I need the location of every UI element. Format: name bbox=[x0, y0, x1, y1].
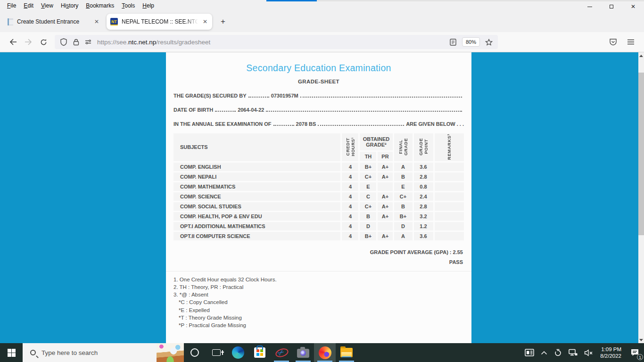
chevron-up-icon bbox=[541, 351, 547, 355]
reload-icon bbox=[40, 39, 47, 46]
symbol-number-value: 07301957M bbox=[271, 93, 298, 99]
tab-nepal-telecom-active[interactable]: NT NEPAL TELECOM :: SEE.NTC.NET ✕ bbox=[107, 14, 212, 30]
cell-point: 1.2 bbox=[413, 221, 434, 231]
dot-leader bbox=[266, 107, 462, 112]
dob-label: DATE OF BIRTH bbox=[173, 107, 213, 113]
menu-item-edit[interactable]: Edit bbox=[20, 1, 37, 10]
date-of-birth-line: DATE OF BIRTH 2064-04-22 bbox=[173, 105, 464, 113]
forward-arrow-icon bbox=[25, 39, 32, 45]
news-widget-button[interactable] bbox=[521, 343, 537, 362]
app-menu-button[interactable] bbox=[623, 34, 638, 49]
arrow-up-icon bbox=[639, 55, 643, 57]
arrow-down-icon bbox=[639, 339, 643, 341]
dot-leader bbox=[248, 93, 269, 98]
cell-point: 2.4 bbox=[413, 191, 434, 201]
forward-button[interactable] bbox=[21, 34, 36, 49]
lock-icon[interactable] bbox=[70, 36, 82, 48]
header-grade-point: GRADE POINT bbox=[413, 133, 434, 162]
edge-icon bbox=[232, 346, 244, 359]
cell-credit: 4 bbox=[341, 162, 359, 172]
task-view-button[interactable] bbox=[206, 343, 227, 362]
pocket-icon bbox=[609, 38, 617, 46]
pocket-button[interactable] bbox=[605, 34, 620, 49]
divider bbox=[166, 271, 471, 272]
cell-th: B bbox=[359, 211, 377, 221]
cortana-button[interactable] bbox=[184, 343, 206, 362]
windows-logo-icon bbox=[8, 349, 16, 357]
dot-leader bbox=[215, 107, 236, 112]
search-placeholder: Type here to search bbox=[41, 349, 157, 356]
menu-item-help[interactable]: Help bbox=[139, 1, 157, 10]
menu-item-view[interactable]: View bbox=[38, 1, 57, 10]
tab-create-student-entrance[interactable]: Create Student Entrance ✕ bbox=[4, 14, 104, 30]
volume-button[interactable] bbox=[581, 343, 596, 362]
search-highlight-image[interactable] bbox=[157, 343, 184, 362]
firefox-button[interactable] bbox=[314, 343, 336, 362]
cell-remarks bbox=[434, 221, 464, 231]
new-tab-button[interactable]: + bbox=[217, 16, 229, 27]
file-explorer-button[interactable] bbox=[336, 343, 357, 362]
exam-suffix: ARE GIVEN BELOW . . . bbox=[406, 121, 464, 127]
firefox-icon bbox=[319, 346, 331, 359]
cell-credit: 4 bbox=[341, 181, 359, 191]
cell-pr: A+ bbox=[377, 231, 393, 241]
camera-button[interactable] bbox=[292, 343, 314, 362]
header-remarks: REMARKS³ bbox=[434, 133, 464, 162]
address-bar[interactable]: https://see.ntc.net.np/results/gradeshee… bbox=[55, 35, 498, 49]
notification-center-button[interactable]: 1 bbox=[625, 343, 644, 362]
cortana-icon bbox=[190, 348, 199, 357]
tab-close-icon[interactable]: ✕ bbox=[93, 18, 100, 25]
taskbar-search[interactable]: Type here to search bbox=[23, 343, 184, 362]
tab-close-icon[interactable]: ✕ bbox=[202, 18, 208, 25]
grade-table-body: COMP. ENGLISH4B+A+A3.6COMP. NEPALI4C+A+B… bbox=[173, 162, 464, 241]
minimize-icon bbox=[587, 7, 592, 7]
scrollbar[interactable] bbox=[638, 52, 644, 343]
cell-th: C bbox=[359, 191, 377, 201]
exam-year-value: 2078 BS bbox=[296, 121, 316, 127]
menu-item-bookmarks[interactable]: Bookmarks bbox=[83, 1, 117, 10]
zoom-level-badge[interactable]: 80% bbox=[462, 37, 480, 47]
nt-logo-favicon: NT bbox=[110, 18, 118, 25]
cell-th: B+ bbox=[359, 231, 377, 241]
table-row: OPT.II COMPUTER SCIENCE4B+A+A3.6 bbox=[173, 231, 464, 241]
note-line: 3. *@ : Absent bbox=[173, 291, 464, 298]
header-credit-hours: CREDIT HOURS¹ bbox=[341, 133, 359, 162]
scrollbar-down-arrow[interactable] bbox=[638, 337, 644, 343]
permissions-icon[interactable] bbox=[82, 36, 94, 48]
network-button[interactable] bbox=[565, 343, 581, 362]
scrollbar-up-arrow[interactable] bbox=[638, 52, 644, 59]
scrollbar-thumb[interactable] bbox=[638, 73, 644, 235]
header-pr: PR bbox=[377, 151, 393, 162]
cell-remarks bbox=[434, 172, 464, 181]
reload-button[interactable] bbox=[36, 34, 51, 49]
edge-button[interactable] bbox=[227, 343, 249, 362]
table-row: OPT.I ADDITIONAL MATHEMATICS4DD1.2 bbox=[173, 221, 464, 231]
cell-subject: COMP. NEPALI bbox=[173, 172, 341, 181]
search-icon bbox=[30, 350, 36, 355]
menu-item-history[interactable]: History bbox=[58, 1, 82, 10]
cell-point: 2.8 bbox=[413, 172, 434, 181]
reader-view-icon[interactable] bbox=[447, 36, 459, 48]
cell-subject: COMP. ENGLISH bbox=[173, 162, 341, 172]
cell-pr: A+ bbox=[377, 172, 393, 181]
start-button[interactable] bbox=[0, 343, 23, 362]
meet-now-button[interactable] bbox=[551, 343, 565, 362]
cell-remarks bbox=[434, 181, 464, 191]
url-text[interactable]: https://see.ntc.net.np/results/gradeshee… bbox=[97, 39, 447, 46]
microsoft-store-button[interactable] bbox=[249, 343, 271, 362]
network-icon bbox=[569, 349, 578, 356]
back-button[interactable] bbox=[6, 34, 21, 49]
back-arrow-icon bbox=[9, 39, 17, 45]
tray-expand-button[interactable] bbox=[537, 343, 551, 362]
header-obtained-grade: OBTAINED GRADE² bbox=[359, 133, 393, 151]
cell-subject: OPT.I ADDITIONAL MATHEMATICS bbox=[173, 221, 341, 231]
shield-icon[interactable] bbox=[58, 36, 70, 48]
camera-icon bbox=[297, 349, 309, 358]
snipping-tool-button[interactable] bbox=[271, 343, 292, 362]
menu-item-tools[interactable]: Tools bbox=[118, 1, 138, 10]
bookmark-star-icon[interactable] bbox=[483, 36, 495, 48]
cell-th: C+ bbox=[359, 201, 377, 211]
menu-item-file[interactable]: File bbox=[4, 1, 19, 10]
cell-pr bbox=[377, 221, 393, 231]
taskbar-clock[interactable]: 1:09 PM 8/2/2022 bbox=[596, 346, 625, 359]
